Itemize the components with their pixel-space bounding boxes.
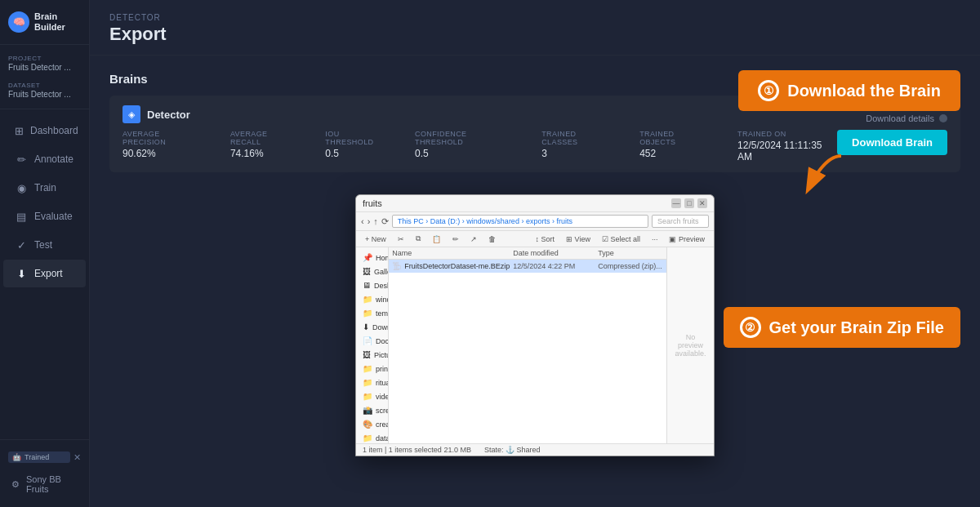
fe-search-input[interactable]: Search fruits (652, 215, 709, 228)
fe-up-button[interactable]: ↑ (373, 216, 378, 226)
fe-sidebar-pictures[interactable]: 🖼 Pictures (356, 348, 388, 362)
settings-label: Sony BB Fruits (26, 474, 78, 494)
file-explorer-window: fruits — □ ✕ ‹ › ↑ ⟳ This PC › Data (D:)… (355, 194, 715, 456)
fe-col-type-header: Type (598, 249, 663, 257)
brain-type-icon: ◈ (122, 105, 140, 123)
stat-label: Trained Objects (639, 130, 711, 146)
fe-sidebar-creative[interactable]: 🎨 creative (356, 417, 388, 431)
stat-label: IoU Threshold (325, 130, 389, 146)
callout-2-text: Get your Brain Zip File (769, 318, 944, 337)
sidebar-item-label: Train (34, 182, 56, 193)
sidebar-item-dashboard[interactable]: ⊞ Dashboard (3, 117, 86, 145)
settings-icon: ⚙ (11, 479, 20, 490)
fe-address-bar[interactable]: This PC › Data (D:) › windows/shared › e… (392, 215, 648, 228)
sidebar-item-train[interactable]: ◉ Train (3, 174, 86, 202)
brain-stats: Average Precision 90.62% Average Recall … (122, 130, 837, 162)
zip-file-icon: 🗜 (392, 261, 401, 271)
fe-sidebar-videos[interactable]: 📁 videos (356, 389, 388, 403)
sidebar-item-test[interactable]: ✓ Test (3, 231, 86, 259)
stat-trained-objects: Trained Objects 452 (639, 130, 711, 162)
fe-sidebar-windowsshared[interactable]: 📁 windows/shared (356, 292, 388, 306)
fe-sidebar-home[interactable]: 📌 Home (356, 251, 388, 265)
download-details-label: Download details (866, 113, 934, 123)
fe-sidebar-label: Gallery (374, 268, 388, 276)
sidebar-item-annotate[interactable]: ✏ Annotate (3, 145, 86, 173)
sidebar: 🧠 Brain Builder PROJECT Fruits Detector … (0, 0, 90, 507)
download-details-toggle[interactable] (939, 114, 947, 122)
export-icon: ⬇ (15, 267, 28, 280)
fe-minimize-button[interactable]: — (671, 198, 681, 208)
trained-badge: 🤖 Trained (8, 451, 70, 463)
fe-cut-button[interactable]: ✂ (395, 234, 407, 244)
dataset-label: DATASET (8, 82, 81, 89)
stat-avg-recall: Average Recall 74.16% (230, 130, 299, 162)
sidebar-bottom: 🤖 Trained ✕ ⚙ Sony BB Fruits (0, 439, 89, 507)
dashboard-icon: ⊞ (15, 124, 24, 137)
fe-preview-button[interactable]: ▣ Preview (666, 234, 707, 244)
train-icon: ◉ (15, 181, 28, 194)
downloads-icon: ⬇ (363, 322, 369, 331)
fe-view-button[interactable]: ⊞ View (564, 234, 593, 244)
fe-sidebar-gallery[interactable]: 🖼 Gallery (356, 265, 388, 278)
fe-close-button[interactable]: ✕ (697, 198, 707, 208)
desktop-icon: 🖥 (363, 281, 371, 290)
fe-sidebar-prints[interactable]: 📁 prints (356, 362, 388, 376)
callout-1-text: Download the Brain (787, 82, 941, 100)
stat-value: 452 (639, 148, 711, 159)
fe-sidebar: 📌 Home 🖼 Gallery 🖥 Desktop 📁 windows/sha… (356, 247, 389, 443)
fe-file-row[interactable]: 🗜 FruitsDetectorDataset-me.BEzip 12/5/20… (389, 260, 666, 273)
fe-sidebar-temp[interactable]: 📁 temp (356, 306, 388, 320)
fe-ribbon: + New ✂ ⧉ 📋 ✏ ↗ 🗑 ↕ Sort ⊞ View ☑ Select… (356, 231, 714, 247)
fe-delete-button[interactable]: 🗑 (486, 234, 498, 244)
fe-sidebar-data[interactable]: 📁 data (356, 431, 388, 443)
fe-sidebar-downloads[interactable]: ⬇ Downloads (356, 320, 388, 334)
fe-address-text: This PC › Data (D:) › windows/shared › e… (398, 217, 572, 225)
fe-body: 📌 Home 🖼 Gallery 🖥 Desktop 📁 windows/sha… (356, 247, 714, 443)
fe-select-all-button[interactable]: ☑ Select all (599, 234, 643, 244)
sidebar-item-evaluate[interactable]: ▤ Evaluate (3, 202, 86, 230)
trained-section: 🤖 Trained ✕ (0, 447, 89, 468)
stat-value: 74.16% (230, 148, 299, 159)
fe-sidebar-documents[interactable]: 📄 Documents (356, 334, 388, 348)
trained-close-button[interactable]: ✕ (74, 452, 81, 463)
main-content: DETECTOR Export Brains ◈ Detector Averag… (90, 0, 980, 507)
fe-file-date: 12/5/2024 4:22 PM (513, 262, 595, 270)
fe-rename-button[interactable]: ✏ (450, 234, 461, 244)
documents-icon: 📄 (363, 336, 372, 345)
pictures-icon: 🖼 (363, 350, 371, 359)
fe-files-list: 🗜 FruitsDetectorDataset-me.BEzip 12/5/20… (389, 260, 666, 443)
sidebar-item-label: Evaluate (34, 211, 73, 222)
fe-share-button[interactable]: ↗ (468, 234, 479, 244)
gallery-icon: 🖼 (363, 267, 371, 276)
stat-value: 90.62% (122, 148, 204, 159)
project-meta: PROJECT Fruits Detector ... (0, 50, 89, 77)
download-brain-button[interactable]: Download Brain (837, 130, 947, 155)
fe-back-button[interactable]: ‹ (361, 216, 364, 226)
sidebar-item-export[interactable]: ⬇ Export (3, 260, 86, 287)
fe-no-preview-text: No preview available. (674, 333, 707, 358)
fe-sidebar-label: Desktop (374, 282, 388, 290)
fe-sidebar-label: Downloads (372, 323, 388, 331)
callout-brain-zip: ② Get your Brain Zip File (724, 307, 960, 348)
fe-column-headers: Name Date modified Type (389, 247, 666, 260)
fe-paste-button[interactable]: 📋 (430, 234, 443, 244)
fe-new-button[interactable]: + New (363, 234, 389, 244)
fe-copy-button[interactable]: ⧉ (413, 233, 423, 244)
sidebar-item-label: Test (34, 239, 52, 251)
fe-sort-button[interactable]: ↕ Sort (533, 234, 558, 244)
fe-sidebar-label: prints (376, 365, 388, 373)
settings-row: ⚙ Sony BB Fruits (0, 468, 89, 500)
fe-sidebar-screenshots[interactable]: 📸 screenshots (356, 403, 388, 417)
fe-titlebar: fruits — □ ✕ (356, 195, 714, 212)
stat-iou: IoU Threshold 0.5 (325, 130, 389, 162)
fe-refresh-button[interactable]: ⟳ (381, 216, 389, 227)
fe-sidebar-desktop[interactable]: 🖥 Desktop (356, 278, 388, 292)
fe-forward-button[interactable]: › (368, 216, 371, 226)
logo-icon: 🧠 (8, 11, 29, 33)
fe-sidebar-label: rituals (376, 379, 388, 387)
fe-toolbar: ‹ › ↑ ⟳ This PC › Data (D:) › windows/sh… (356, 212, 714, 231)
callout-download-brain: ① Download the Brain (738, 70, 960, 111)
fe-sidebar-rituals[interactable]: 📁 rituals (356, 376, 388, 389)
fe-maximize-button[interactable]: □ (684, 198, 694, 208)
fe-more-button[interactable]: ··· (649, 234, 661, 244)
